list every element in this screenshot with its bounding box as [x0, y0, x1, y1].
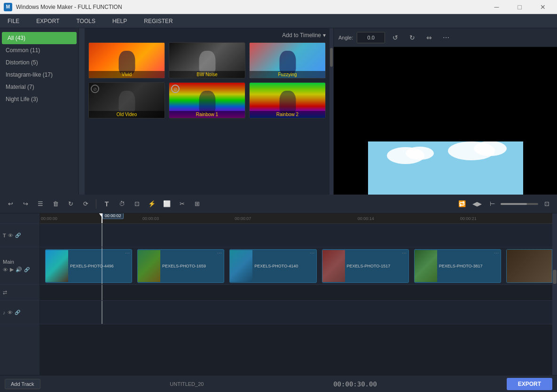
main-audio-icon[interactable]: 🔊: [16, 267, 22, 273]
effect-rainbow1[interactable]: ⊘ Rainbow 1: [169, 82, 245, 118]
cut-button[interactable]: ✂: [175, 197, 188, 211]
clip-1-name: PEXELS-PHOTO-4496: [70, 264, 114, 268]
music-track: [40, 301, 552, 324]
eye-icon[interactable]: 👁: [8, 233, 13, 238]
clip-4[interactable]: PEXELS-PHOTO-1517 ⋯: [322, 249, 409, 283]
effect-rainbow2-label: Rainbow 2: [250, 111, 325, 118]
angle-input[interactable]: [357, 32, 385, 43]
grid-button[interactable]: ⊞: [190, 197, 204, 211]
music-note-icon: ♪: [3, 310, 6, 315]
effect-rainbow1-label: Rainbow 1: [169, 111, 245, 118]
clip-3-menu[interactable]: ⋯: [310, 251, 314, 256]
volume-slider[interactable]: [501, 203, 538, 205]
clip-2-menu[interactable]: ⋯: [217, 251, 222, 256]
music-track-label: ♪ 👁 🔗: [0, 301, 39, 324]
properties-button[interactable]: ☰: [34, 197, 47, 211]
clip-5-menu[interactable]: ⋯: [494, 251, 499, 256]
menu-export[interactable]: EXPORT: [32, 16, 63, 26]
motion-button[interactable]: ⚡: [145, 197, 158, 211]
add-to-timeline-button[interactable]: Add to Timeline ▾: [282, 32, 326, 39]
preview-toolbar: Angle: ↺ ↻ ⇔ ⋯: [334, 28, 557, 47]
text-tl-button[interactable]: T: [100, 197, 113, 211]
rotate-cw-button[interactable]: ↻: [406, 31, 419, 44]
link-icon[interactable]: 🔗: [15, 233, 21, 238]
detach-button[interactable]: ↻: [64, 197, 77, 211]
clip-1[interactable]: PEXELS-PHOTO-4496 ⋯: [45, 249, 132, 283]
clip-5-name: PEXELS-PHOTO-3817: [439, 264, 483, 268]
volume-fill: [501, 203, 527, 205]
tl-next-button[interactable]: ⊢: [486, 197, 499, 211]
music-eye-icon[interactable]: 👁: [8, 310, 13, 315]
svg-point-2: [406, 147, 434, 160]
add-track-button[interactable]: Add Track: [5, 379, 40, 389]
effect-vivid-label: Vivid: [89, 71, 165, 78]
clip-1-menu[interactable]: ⋯: [125, 251, 130, 256]
tl-fullscreen-button[interactable]: ⊡: [540, 197, 553, 211]
effect-fuzzying[interactable]: Fuzzying: [249, 42, 326, 78]
menu-help[interactable]: HELP: [109, 16, 131, 26]
main-link-icon[interactable]: 🔗: [24, 267, 30, 272]
rotate-ccw-button[interactable]: ↺: [389, 31, 402, 44]
effect-oldvideo[interactable]: ⊘ Old Video: [88, 82, 165, 118]
effects-header: Add to Timeline ▾: [88, 32, 326, 39]
menu-bar: FILE EXPORT TOOLS HELP REGISTER: [0, 14, 557, 28]
delete-button[interactable]: 🗑: [49, 197, 62, 211]
crop-button[interactable]: ⊡: [130, 197, 143, 211]
tl-loop-button[interactable]: 🔁: [455, 197, 469, 211]
flip-h-button[interactable]: ⇔: [423, 31, 436, 44]
text-track-label: T 👁 🔗: [0, 224, 39, 247]
text-track-icon: T: [3, 233, 6, 238]
svg-point-4: [474, 141, 507, 156]
clip-6-partial[interactable]: [506, 249, 552, 283]
timeline-scrollbar[interactable]: [552, 213, 557, 375]
app-logo: M: [4, 3, 12, 11]
menu-tools[interactable]: TOOLS: [72, 16, 99, 26]
menu-register[interactable]: REGISTER: [140, 16, 176, 26]
export-button[interactable]: EXPORT: [507, 378, 552, 390]
sidebar-item-common[interactable]: Common (11): [0, 44, 78, 56]
timeline-scrollbar-thumb: [553, 270, 557, 284]
ruler-mark-4: 00:00:21: [460, 216, 477, 221]
title-bar-left: M Windows Movie Maker - FULL FUNCTION: [4, 3, 122, 11]
more-options-button[interactable]: ⋯: [439, 31, 453, 44]
clip-4-menu[interactable]: ⋯: [402, 251, 407, 256]
close-button[interactable]: ✕: [532, 0, 553, 14]
ruler-spacer: [0, 213, 39, 224]
redo-button[interactable]: ↪: [19, 197, 32, 211]
playhead-time: 00:00:02: [102, 213, 124, 219]
sidebar-item-instagram[interactable]: Instagram-like (17): [0, 69, 78, 81]
clip-3[interactable]: PEXELS-PHOTO-4140 ⋯: [229, 249, 316, 283]
clip-5[interactable]: PEXELS-PHOTO-3817 ⋯: [414, 249, 501, 283]
effect-oldvideo-label: Old Video: [89, 111, 165, 118]
ruler-mark-2: 00:00:07: [235, 216, 251, 221]
clip-3-name: PEXELS-PHOTO-4140: [254, 264, 298, 268]
sidebar-item-nightlife[interactable]: Night Life (3): [0, 93, 78, 105]
window-controls: ─ □ ✕: [486, 0, 553, 14]
playhead-fx: [102, 285, 102, 300]
effect-fuzzying-label: Fuzzying: [250, 71, 325, 78]
loop-button[interactable]: ⟳: [79, 197, 92, 211]
sidebar-item-material[interactable]: Material (7): [0, 81, 78, 93]
music-link-icon[interactable]: 🔗: [15, 310, 20, 315]
app-title: Windows Movie Maker - FULL FUNCTION: [16, 4, 122, 10]
effect-bwnoise[interactable]: BW Noise: [169, 42, 245, 78]
effect-rainbow2[interactable]: Rainbow 2: [249, 82, 326, 118]
main-video-icon[interactable]: ▶: [10, 267, 14, 273]
clip-2[interactable]: PEXELS-PHOTO-1659 ⋯: [137, 249, 224, 283]
main-track-label: Main 👁 ▶ 🔊 🔗: [0, 247, 39, 285]
menu-file[interactable]: FILE: [4, 16, 23, 26]
shape-button[interactable]: ⬜: [160, 197, 173, 211]
main-eye-icon[interactable]: 👁: [3, 267, 8, 273]
project-timecode: 00:00:30.00: [333, 380, 377, 388]
minimize-button[interactable]: ─: [486, 0, 507, 14]
undo-button[interactable]: ↩: [4, 197, 17, 211]
tl-prev-button[interactable]: ◀▶: [471, 197, 484, 211]
maximize-button[interactable]: □: [509, 0, 530, 14]
timer-button[interactable]: ⏱: [115, 197, 128, 211]
sidebar-item-distortion[interactable]: Distortion (5): [0, 56, 78, 69]
transition-track: [40, 285, 552, 301]
sidebar-item-all[interactable]: All (43): [2, 32, 77, 44]
timeline-right-controls: 🔁 ◀▶ ⊢ ⊡: [455, 197, 553, 211]
effect-vivid[interactable]: Vivid: [88, 42, 165, 78]
add-timeline-label: Add to Timeline: [282, 32, 321, 39]
